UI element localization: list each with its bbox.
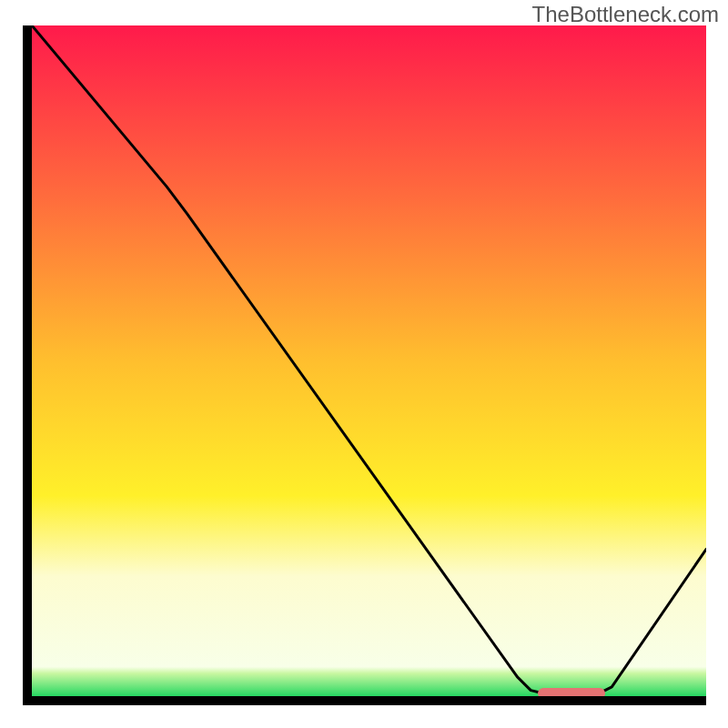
plot-area bbox=[32, 25, 706, 697]
bottleneck-curve bbox=[32, 25, 706, 697]
attribution-label: TheBottleneck.com bbox=[532, 2, 719, 27]
x-axis bbox=[23, 696, 706, 705]
chart-container: TheBottleneck.com bbox=[0, 0, 728, 728]
y-axis bbox=[23, 25, 32, 705]
